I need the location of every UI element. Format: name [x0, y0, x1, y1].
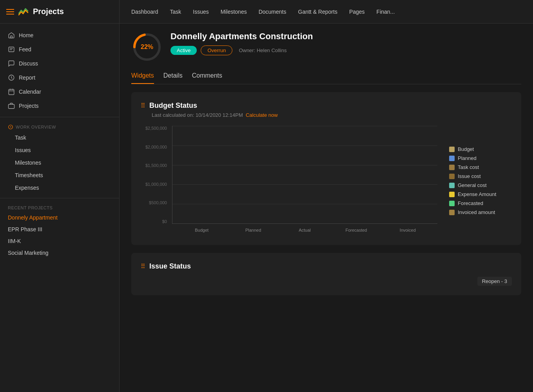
x-label-forecasted: Forecasted [330, 228, 382, 232]
discuss-icon [8, 60, 15, 67]
recent-project-epr[interactable]: EPR Phase III [0, 223, 119, 235]
chart-legend: Budget Planned Task cost Issue cost [449, 126, 512, 236]
recent-project-social[interactable]: Social Marketing [0, 247, 119, 259]
legend-color-forecasted [449, 201, 455, 206]
main-layout: Home Feed Discuss Report Calendar Projec… [0, 24, 533, 392]
projects-icon [8, 102, 15, 109]
recent-project-iimk[interactable]: IIM-K [0, 235, 119, 247]
tab-details[interactable]: Details [163, 72, 183, 84]
sidebar-item-calendar[interactable]: Calendar [0, 85, 119, 99]
issue-status-widget: ⠿ Issue Status Reopen - 3 [131, 253, 521, 295]
tabs: Widgets Details Comments [131, 72, 521, 84]
sidebar-sub-issues[interactable]: Issues [0, 144, 119, 156]
project-header: 22% Donnelly Apartments Construction Act… [131, 31, 521, 63]
chart-plot [172, 126, 437, 224]
legend-expense: Expense Amount [449, 191, 512, 197]
bars-container [172, 126, 437, 223]
chart-area: $2,500,000 $2,000,000 $1,500,000 $1,000,… [141, 126, 437, 236]
sidebar-divider-1 [0, 117, 119, 117]
nav-milestones[interactable]: Milestones [221, 9, 247, 15]
svg-rect-5 [9, 89, 14, 95]
x-label-invoiced: Invoiced [382, 228, 433, 232]
sidebar: Home Feed Discuss Report Calendar Projec… [0, 24, 120, 392]
recent-project-donnely[interactable]: Donnely Appartment [0, 212, 119, 223]
sidebar-sub-expenses[interactable]: Expenses [0, 181, 119, 194]
nav-pages[interactable]: Pages [349, 9, 365, 15]
project-info: Donnelly Apartments Construction Active … [170, 31, 521, 55]
work-overview-section: WORK OVERVIEW [0, 121, 119, 131]
sidebar-discuss-label: Discuss [19, 60, 38, 67]
budget-status-widget: ⠿ Budget Status Last calculated on: 10/1… [131, 92, 521, 245]
sidebar-sub-timesheets[interactable]: Timesheets [0, 169, 119, 181]
sidebar-divider-2 [0, 198, 119, 198]
nav-gantt[interactable]: Gantt & Reports [298, 9, 337, 15]
sidebar-item-home[interactable]: Home [0, 28, 119, 42]
legend-issue-cost: Issue cost [449, 173, 512, 179]
project-title: Donnelly Apartments Construction [170, 31, 521, 42]
x-labels: Budget Planned Actual Forecasted Invoice… [172, 225, 437, 236]
legend-invoiced: Invoiced amount [449, 209, 512, 215]
sidebar-sub-task[interactable]: Task [0, 131, 119, 144]
home-icon [8, 32, 15, 39]
legend-color-invoiced [449, 210, 455, 215]
legend-color-budget [449, 147, 455, 152]
legend-color-expense [449, 192, 455, 197]
calendar-icon [8, 88, 15, 95]
issue-widget-icon: ⠿ [141, 263, 145, 270]
budget-widget-subtitle: Last calculated on: 10/14/2020 12:14PM C… [141, 112, 512, 118]
app-logo [18, 6, 29, 17]
top-nav: Projects Dashboard Task Issues Milestone… [0, 0, 533, 24]
progress-text: 22% [141, 44, 153, 51]
nav-issues[interactable]: Issues [193, 9, 208, 15]
tab-comments[interactable]: Comments [192, 72, 222, 84]
nav-dashboard[interactable]: Dashboard [131, 9, 158, 15]
tab-widgets[interactable]: Widgets [131, 72, 154, 84]
sidebar-projects-label: Projects [19, 103, 39, 109]
y-axis: $2,500,000 $2,000,000 $1,500,000 $1,000,… [141, 126, 170, 224]
progress-ring: 22% [131, 31, 163, 63]
legend-general-cost: General cost [449, 182, 512, 188]
legend-forecasted: Forecasted [449, 200, 512, 206]
svg-rect-1 [9, 47, 14, 52]
sidebar-feed-label: Feed [19, 46, 31, 53]
legend-color-issue-cost [449, 174, 455, 179]
sidebar-item-report[interactable]: Report [0, 71, 119, 85]
sidebar-calendar-label: Calendar [19, 89, 41, 95]
feed-icon [8, 46, 15, 53]
sidebar-item-feed[interactable]: Feed [0, 42, 119, 56]
content-area: 22% Donnelly Apartments Construction Act… [120, 24, 533, 392]
sidebar-item-discuss[interactable]: Discuss [0, 56, 119, 71]
status-badge-active: Active [170, 46, 197, 55]
chart-container: $2,500,000 $2,000,000 $1,500,000 $1,000,… [141, 126, 512, 236]
svg-rect-0 [11, 36, 13, 38]
issue-widget-header: ⠿ Issue Status [141, 262, 512, 270]
calculate-now-link[interactable]: Calculate now [246, 112, 278, 118]
legend-color-planned [449, 156, 455, 161]
legend-budget: Budget [449, 146, 512, 152]
hamburger-icon[interactable] [6, 9, 14, 15]
budget-widget-title: Budget Status [149, 102, 197, 110]
sidebar-item-projects[interactable]: Projects [0, 99, 119, 113]
sidebar-report-label: Report [19, 74, 35, 81]
status-badge-overrun: Overrun [201, 45, 232, 55]
nav-task[interactable]: Task [170, 9, 181, 15]
budget-widget-header: ⠿ Budget Status [141, 102, 512, 110]
x-label-planned: Planned [227, 228, 279, 232]
legend-color-general-cost [449, 183, 455, 188]
sidebar-header: Projects [0, 0, 120, 23]
reopen-label: Reopen - 3 [477, 277, 512, 286]
nav-documents[interactable]: Documents [259, 9, 286, 15]
work-overview-icon [8, 124, 13, 130]
legend-planned: Planned [449, 155, 512, 161]
svg-rect-9 [9, 104, 15, 109]
nav-finan[interactable]: Finan... [377, 9, 395, 15]
legend-task-cost: Task cost [449, 164, 512, 170]
nav-links: Dashboard Task Issues Milestones Documen… [120, 9, 406, 15]
sidebar-home-label: Home [19, 32, 33, 38]
budget-widget-icon: ⠿ [141, 102, 145, 109]
x-label-actual: Actual [279, 228, 330, 232]
sidebar-sub-milestones[interactable]: Milestones [0, 156, 119, 169]
project-owner: Owner: Helen Collins [239, 47, 286, 53]
recent-projects-section: RECENT PROJECTS [0, 202, 119, 212]
legend-color-task-cost [449, 165, 455, 170]
